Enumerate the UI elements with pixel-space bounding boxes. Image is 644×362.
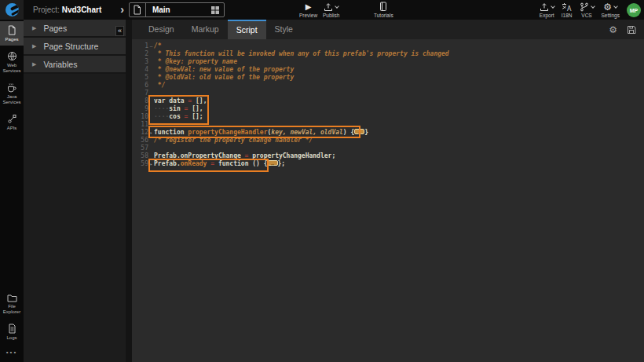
export-button[interactable]: Export — [540, 2, 554, 18]
panel-section-variables[interactable]: ▶ Variables — [24, 56, 126, 74]
export-caret-icon — [551, 4, 555, 9]
save-icon[interactable] — [627, 25, 636, 35]
folder-icon — [7, 294, 17, 302]
tutorials-button[interactable]: Tutorials — [374, 2, 393, 18]
vcs-caret-icon — [591, 4, 595, 9]
code-line: 8var data = [], — [132, 97, 644, 105]
code-text: var data = [], — [154, 97, 207, 104]
code-text: /* — [154, 42, 162, 49]
fold-open-icon[interactable]: – — [148, 42, 154, 50]
sidebar-item-label: Web Services — [0, 63, 24, 74]
i18n-label: I18N — [562, 13, 573, 18]
api-nodes-icon — [7, 114, 17, 124]
tab-design[interactable]: Design — [140, 20, 183, 39]
tab-script[interactable]: Script — [228, 20, 266, 39]
line-number: 1 — [132, 42, 148, 50]
sidebar-item-apis[interactable]: APIs — [0, 110, 24, 134]
panel-section-label: Variables — [43, 60, 77, 69]
panel-splitter[interactable] — [126, 20, 132, 362]
sidebar-item-java-services[interactable]: Java Services — [0, 79, 24, 108]
play-icon: ▶ — [306, 2, 312, 11]
code-line: 58Prefab.onPropertyChange = propertyChan… — [132, 152, 644, 160]
code-line: 11 — [132, 121, 644, 129]
code-line: 12▸function propertyChangeHandler(key, n… — [132, 129, 644, 137]
code-area[interactable]: 1–/*2 * This function will be invoked wh… — [132, 39, 644, 168]
logs-document-icon — [8, 324, 16, 334]
code-line: 7 — [132, 90, 644, 97]
publish-button[interactable]: Publish — [323, 2, 339, 18]
settings-label: Settings — [602, 13, 620, 18]
i18n-button[interactable]: A I18N — [562, 2, 573, 18]
branch-icon — [580, 2, 589, 12]
page-selector-value: Main — [152, 5, 210, 14]
tab-markup[interactable]: Markup — [183, 20, 228, 39]
coffee-cup-icon — [6, 82, 17, 93]
sidebar-item-file-explorer[interactable]: File Explorer — [0, 290, 24, 318]
preview-button[interactable]: ▶ Preview — [299, 2, 317, 18]
tutorials-icon — [379, 2, 388, 12]
vcs-button[interactable]: VCS — [580, 2, 595, 18]
project-name: Nvd3Chart — [62, 5, 102, 14]
line-number: 59 — [132, 160, 148, 168]
settings-button[interactable]: ⚙ Settings — [602, 2, 620, 18]
code-text: * This function will be invoked when any… — [154, 50, 449, 57]
code-line: 10····cos = []; — [132, 113, 644, 121]
script-settings-gear-icon[interactable]: ⚙ — [609, 25, 617, 35]
sidebar-spacer — [0, 134, 24, 288]
expand-arrow-icon: ▶ — [32, 43, 36, 49]
code-text: Prefab.onReady = function () {‥}; — [154, 160, 285, 167]
code-line: 5 * @oldVal: old value of the property — [132, 74, 644, 82]
panel-section-pages[interactable]: ▶ Pages — [24, 20, 126, 38]
fold-collapsed-icon[interactable]: ▸ — [148, 160, 154, 168]
page-doc-icon — [130, 3, 146, 16]
tab-style[interactable]: Style — [266, 20, 302, 39]
line-number: 4 — [132, 66, 148, 74]
translate-icon: A — [562, 2, 572, 12]
sidebar-item-web-services[interactable]: Web Services — [0, 47, 24, 77]
project-label: Project: — [33, 5, 60, 14]
app-logo[interactable] — [0, 0, 24, 20]
line-number: 6 — [132, 82, 148, 90]
sidebar-item-pages[interactable]: Pages — [0, 21, 24, 46]
main-area: Design Markup Script Style ⚙ 1–/*2 * Thi… — [132, 20, 644, 362]
line-number: 9 — [132, 105, 148, 113]
line-number: 5 — [132, 74, 148, 82]
sidebar-item-label: Pages — [5, 37, 18, 42]
user-avatar[interactable]: MP — [627, 3, 641, 17]
panel-section-label: Page Structure — [43, 42, 98, 51]
sidebar-item-logs[interactable]: Logs — [0, 320, 24, 344]
code-text: * @newVal: new value of the property — [154, 66, 294, 73]
pages-panel: ▶ Pages ▶ Page Structure ▶ Variables « — [24, 20, 126, 362]
sidebar-item-label: APIs — [7, 126, 17, 131]
line-number: 12 — [132, 129, 148, 137]
wavemaker-logo-icon — [5, 3, 19, 16]
pages-grid-icon[interactable] — [210, 5, 220, 15]
line-number: 11 — [132, 121, 148, 129]
expand-arrow-icon: ▶ — [32, 25, 36, 31]
sidebar-more-button[interactable]: ••• — [0, 344, 24, 362]
folded-code-widget[interactable]: ‥ — [268, 160, 278, 166]
panel-section-page-structure[interactable]: ▶ Page Structure — [24, 38, 126, 56]
code-text: function propertyChangeHandler(key, newV… — [154, 129, 368, 136]
panel-collapse-button[interactable]: « — [115, 26, 124, 36]
settings-caret-icon — [613, 4, 618, 9]
script-editor[interactable]: 1–/*2 * This function will be invoked wh… — [132, 39, 644, 362]
tabbar-icons: ⚙ — [609, 20, 636, 39]
folded-code-widget[interactable]: ‥ — [354, 129, 364, 134]
preview-label: Preview — [299, 13, 317, 18]
code-line: 4 * @newVal: new value of the property — [132, 66, 644, 74]
page-selector-dropdown[interactable]: Main — [129, 2, 225, 17]
globe-icon — [7, 51, 17, 61]
code-line: 3 * @key: property name — [132, 58, 644, 66]
chevron-right-icon: › — [120, 0, 124, 20]
sidebar-item-label: Logs — [6, 335, 16, 341]
publish-caret-icon — [335, 4, 339, 9]
code-line: 6 */ — [132, 82, 644, 90]
publish-label: Publish — [323, 13, 339, 18]
code-line: 1–/* — [132, 42, 644, 50]
settings-gear-icon: ⚙ — [603, 2, 612, 12]
line-number: 58 — [132, 152, 148, 160]
line-number: 8 — [132, 97, 148, 105]
code-text: * @key: property name — [154, 58, 237, 65]
fold-collapsed-icon[interactable]: ▸ — [148, 129, 154, 137]
